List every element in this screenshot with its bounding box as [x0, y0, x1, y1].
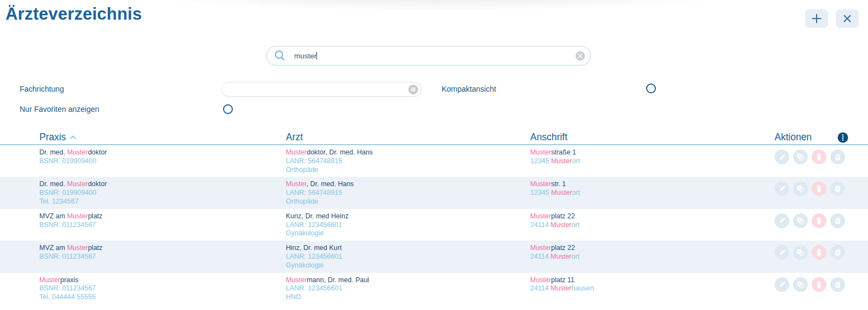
clear-x-icon — [578, 53, 583, 58]
table-row[interactable]: MusterpraxisBSNR: 011234567Tel. 044444 5… — [0, 273, 868, 305]
row-actions — [775, 212, 854, 238]
pencil-icon — [778, 184, 787, 193]
arzt-cell: Mustermann, Dr. med. PaulLANR: 123456601… — [286, 276, 530, 302]
copy-button[interactable] — [830, 213, 845, 228]
praxis-cell: Dr. med. MusterdoktorBSNR: 019909400Tel.… — [39, 180, 286, 206]
table-options-button[interactable] — [837, 132, 848, 143]
fachrichtung-input[interactable] — [228, 82, 409, 96]
trash-icon — [815, 248, 823, 257]
column-header-anschrift[interactable]: Anschrift — [530, 132, 775, 143]
copy-button[interactable] — [830, 181, 845, 196]
copy-button[interactable] — [830, 150, 845, 164]
kebab-menu-icon — [837, 132, 848, 143]
duplicate-button[interactable] — [793, 150, 808, 164]
arzt-cell: Hinz, Dr. med KurtLANR: 123456601Gynäkol… — [286, 244, 530, 270]
anschrift-cell: Musterstr. 112345 Musterort — [530, 180, 775, 206]
row-actions — [775, 148, 854, 174]
page-title: Ärzteverzeichnis — [5, 4, 142, 24]
plus-icon — [811, 13, 823, 25]
arzt-cell: Muster, Dr. med. HansLANR: 564748915Orth… — [286, 180, 530, 206]
fachrichtung-label: Fachrichtung — [20, 85, 64, 93]
duplicate-button[interactable] — [793, 277, 808, 292]
arzt-cell: Kunz, Dr. med HeinzLANR: 123456601Gynäko… — [286, 212, 530, 238]
fachrichtung-field[interactable] — [221, 82, 421, 97]
column-header-arzt[interactable]: Arzt — [286, 132, 530, 143]
doctors-table: Praxis Arzt Anschrift Aktionen — [0, 130, 868, 305]
row-actions — [775, 180, 854, 206]
table-row[interactable]: Dr. med. MusterdoktorBSNR: 019909400Tel.… — [0, 177, 868, 208]
clipboard-icon — [834, 281, 842, 289]
search-bar[interactable]: muster — [266, 46, 591, 65]
anschrift-cell: Musterplatz 1124114 Musterhausen — [530, 276, 775, 302]
kompaktansicht-toggle[interactable] — [646, 84, 656, 93]
edit-button[interactable] — [775, 245, 789, 260]
delete-button[interactable] — [812, 150, 826, 164]
circle-plus-icon — [796, 280, 805, 289]
close-button[interactable] — [836, 9, 859, 28]
pencil-icon — [778, 280, 787, 289]
circle-plus-icon — [796, 216, 805, 225]
row-actions — [775, 276, 854, 302]
anschrift-cell: Musterplatz 2224114 Musterort — [530, 244, 775, 270]
text-cursor — [316, 52, 317, 59]
column-header-praxis[interactable]: Praxis — [39, 132, 286, 143]
table-header: Praxis Arzt Anschrift Aktionen — [0, 130, 868, 145]
clipboard-icon — [834, 248, 842, 257]
row-actions — [775, 244, 854, 270]
praxis-cell: MVZ am MusterplatzBSNR: 011234567 — [39, 244, 286, 270]
close-icon — [842, 13, 853, 24]
delete-button[interactable] — [812, 245, 826, 260]
trash-icon — [815, 153, 823, 161]
menu-icon[interactable] — [408, 85, 418, 94]
praxis-cell: MVZ am MusterplatzBSNR: 011234567 — [39, 212, 286, 238]
clear-search-button[interactable] — [576, 51, 585, 61]
search-icon — [273, 49, 286, 62]
edit-button[interactable] — [775, 181, 789, 196]
delete-button[interactable] — [812, 181, 826, 196]
arzteverzeichnis-page: Ärzteverzeichnis muster Fachrichtung — [0, 0, 868, 310]
pencil-icon — [778, 248, 787, 257]
table-body: Dr. med. MusterdoktorBSNR: 019909400Must… — [0, 145, 868, 305]
copy-button[interactable] — [830, 277, 845, 292]
table-row[interactable]: MVZ am MusterplatzBSNR: 011234567Hinz, D… — [0, 241, 868, 272]
trash-icon — [815, 281, 823, 289]
top-shadow — [159, 0, 719, 13]
edit-button[interactable] — [775, 213, 789, 228]
sort-asc-icon — [69, 135, 77, 140]
clipboard-icon — [834, 153, 842, 161]
pencil-icon — [778, 153, 787, 162]
delete-button[interactable] — [812, 213, 826, 228]
clipboard-icon — [834, 184, 842, 193]
praxis-cell: Dr. med. MusterdoktorBSNR: 019909400 — [39, 148, 286, 174]
circle-plus-icon — [796, 184, 805, 193]
anschrift-cell: Musterplatz 2224114 Musterort — [530, 212, 775, 238]
favoriten-toggle[interactable] — [223, 104, 233, 114]
favoriten-label: Nur Favoriten anzeigen — [20, 105, 99, 114]
trash-icon — [815, 217, 823, 225]
table-row[interactable]: Dr. med. MusterdoktorBSNR: 019909400Must… — [0, 145, 868, 177]
trash-icon — [815, 184, 823, 193]
search-input[interactable]: muster — [294, 52, 316, 60]
column-header-aktionen: Aktionen — [775, 132, 854, 143]
clipboard-icon — [834, 217, 842, 225]
edit-button[interactable] — [775, 277, 789, 292]
circle-plus-icon — [796, 248, 805, 257]
kompaktansicht-label: Kompaktansicht — [442, 85, 496, 93]
circle-plus-icon — [796, 152, 805, 162]
duplicate-button[interactable] — [793, 213, 808, 228]
arzt-cell: Musterdoktor, Dr. med. HansLANR: 5647489… — [286, 148, 530, 174]
anschrift-cell: Musterstraße 112345 Musterort — [530, 148, 775, 174]
duplicate-button[interactable] — [793, 245, 808, 260]
edit-button[interactable] — [775, 150, 789, 164]
praxis-cell: MusterpraxisBSNR: 011234567Tel. 044444 5… — [39, 276, 286, 302]
pencil-icon — [778, 216, 787, 225]
add-button[interactable] — [805, 9, 828, 28]
copy-button[interactable] — [830, 245, 845, 260]
duplicate-button[interactable] — [793, 181, 808, 196]
delete-button[interactable] — [812, 277, 826, 292]
table-row[interactable]: MVZ am MusterplatzBSNR: 011234567Kunz, D… — [0, 209, 868, 241]
